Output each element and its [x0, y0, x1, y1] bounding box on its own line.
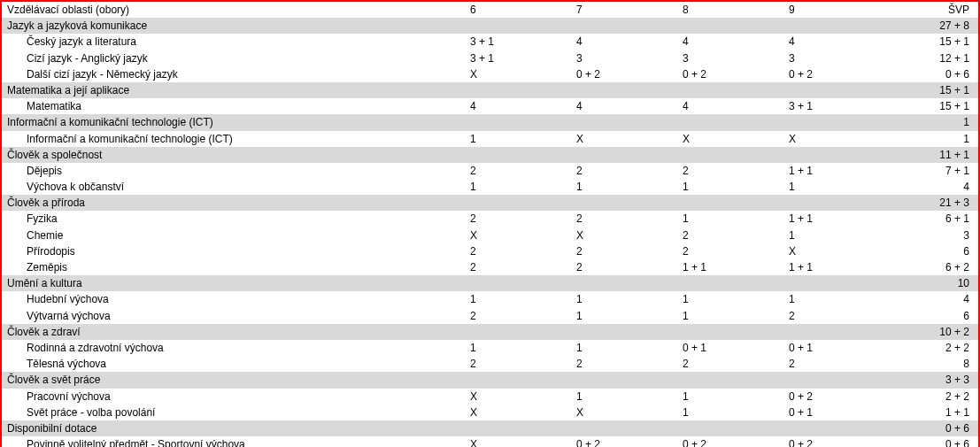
item-row: Rodinná a zdravotní výchova110 + 10 + 12…	[2, 340, 978, 356]
row-col-0	[465, 147, 571, 163]
row-col-2: 0 + 1	[677, 340, 783, 356]
row-col-1: 1	[571, 291, 677, 307]
section-row: Disponibilní dotace0 + 6	[2, 420, 978, 436]
row-col-3	[783, 324, 890, 340]
section-row: Jazyk a jazyková komunikace27 + 8	[2, 18, 978, 34]
row-col-3: 1 + 1	[783, 211, 890, 227]
row-col-0	[465, 18, 571, 34]
row-label: Zeměpis	[2, 259, 465, 275]
row-col-0	[465, 372, 571, 388]
row-label: Člověk a příroda	[2, 195, 465, 211]
row-col-1	[571, 18, 677, 34]
row-label: Tělesná výchova	[2, 356, 465, 372]
row-col-1	[571, 114, 677, 130]
row-label: Svět práce - volba povolání	[2, 405, 465, 420]
row-col-0: 1	[465, 179, 571, 195]
row-svp: 1	[890, 131, 978, 147]
row-col-0	[465, 275, 571, 291]
row-col-2: 4	[677, 98, 783, 114]
item-row: Český jazyk a literatura3 + 144415 + 1	[2, 34, 978, 50]
section-row: Matematika a její aplikace15 + 1	[2, 82, 978, 98]
header-col-2: 8	[677, 2, 783, 18]
row-col-1: 2	[571, 356, 677, 372]
row-col-1	[571, 82, 677, 98]
item-row: Hudební výchova11114	[2, 291, 978, 307]
item-row: ChemieXX213	[2, 227, 978, 243]
row-col-0	[465, 82, 571, 98]
row-col-0: 3 + 1	[465, 50, 571, 66]
row-col-2	[677, 147, 783, 163]
row-col-1: 2	[571, 259, 677, 275]
row-svp: 11 + 1	[890, 147, 978, 163]
row-col-2: 0 + 2	[677, 436, 783, 447]
row-col-0: X	[465, 227, 571, 243]
row-col-3: X	[783, 243, 890, 259]
row-col-1: 0 + 2	[571, 66, 677, 82]
row-label: Cizí jazyk - Anglický jazyk	[2, 50, 465, 66]
row-svp: 3	[890, 227, 978, 243]
row-col-2: 3	[677, 50, 783, 66]
row-label: Rodinná a zdravotní výchova	[2, 340, 465, 356]
row-label: Chemie	[2, 227, 465, 243]
row-col-1	[571, 420, 677, 436]
row-svp: 2 + 2	[890, 340, 978, 356]
row-col-1: 1	[571, 308, 677, 324]
row-col-1: X	[571, 131, 677, 147]
row-col-0: 1	[465, 131, 571, 147]
row-col-0: 2	[465, 243, 571, 259]
section-row: Člověk a společnost11 + 1	[2, 147, 978, 163]
row-col-0: 3 + 1	[465, 34, 571, 50]
row-col-1: 0 + 2	[571, 436, 677, 447]
row-col-2: 0 + 2	[677, 66, 783, 82]
row-svp: 8	[890, 356, 978, 372]
row-col-1	[571, 195, 677, 211]
row-col-1: X	[571, 227, 677, 243]
row-col-3: 0 + 1	[783, 405, 890, 420]
row-col-0: 4	[465, 98, 571, 114]
item-row: Tělesná výchova22228	[2, 356, 978, 372]
section-row: Člověk a svět práce3 + 3	[2, 372, 978, 388]
row-col-1: 1	[571, 179, 677, 195]
row-label: Člověk a svět práce	[2, 372, 465, 388]
row-svp: 27 + 8	[890, 18, 978, 34]
row-svp: 12 + 1	[890, 50, 978, 66]
row-col-2	[677, 420, 783, 436]
row-label: Dějepis	[2, 163, 465, 179]
header-label: Vzdělávací oblasti (obory)	[2, 2, 465, 18]
section-row: Člověk a zdraví10 + 2	[2, 324, 978, 340]
row-col-3: 3	[783, 50, 890, 66]
row-col-1: 3	[571, 50, 677, 66]
row-label: Matematika	[2, 98, 465, 114]
row-svp: 7 + 1	[890, 163, 978, 179]
row-col-1: 4	[571, 98, 677, 114]
row-col-3	[783, 420, 890, 436]
row-col-2	[677, 18, 783, 34]
item-row: Přírodopis222X6	[2, 243, 978, 259]
row-col-2: 1	[677, 211, 783, 227]
row-col-3: 3 + 1	[783, 98, 890, 114]
row-col-3	[783, 275, 890, 291]
item-row: Matematika4443 + 115 + 1	[2, 98, 978, 114]
row-label: Pracovní výchova	[2, 389, 465, 405]
row-col-1	[571, 147, 677, 163]
row-label: Informační a komunikační technologie (IC…	[2, 114, 465, 130]
row-svp: 6	[890, 308, 978, 324]
row-svp: 6 + 2	[890, 259, 978, 275]
section-row: Informační a komunikační technologie (IC…	[2, 114, 978, 130]
row-col-2	[677, 324, 783, 340]
row-svp: 10	[890, 275, 978, 291]
item-row: Fyzika2211 + 16 + 1	[2, 211, 978, 227]
row-col-3	[783, 147, 890, 163]
row-label: Matematika a její aplikace	[2, 82, 465, 98]
header-row: Vzdělávací oblasti (obory)6789ŠVP	[2, 2, 978, 18]
row-svp: 10 + 2	[890, 324, 978, 340]
row-label: Informační a komunikační technologie (IC…	[2, 131, 465, 147]
row-col-3	[783, 195, 890, 211]
row-label: Výtvarná výchova	[2, 308, 465, 324]
row-col-2: 2	[677, 227, 783, 243]
item-row: Dějepis2221 + 17 + 1	[2, 163, 978, 179]
row-svp: 6	[890, 243, 978, 259]
item-row: Pracovní výchovaX110 + 22 + 2	[2, 389, 978, 405]
row-label: Výchova k občanství	[2, 179, 465, 195]
row-col-3: 0 + 2	[783, 389, 890, 405]
